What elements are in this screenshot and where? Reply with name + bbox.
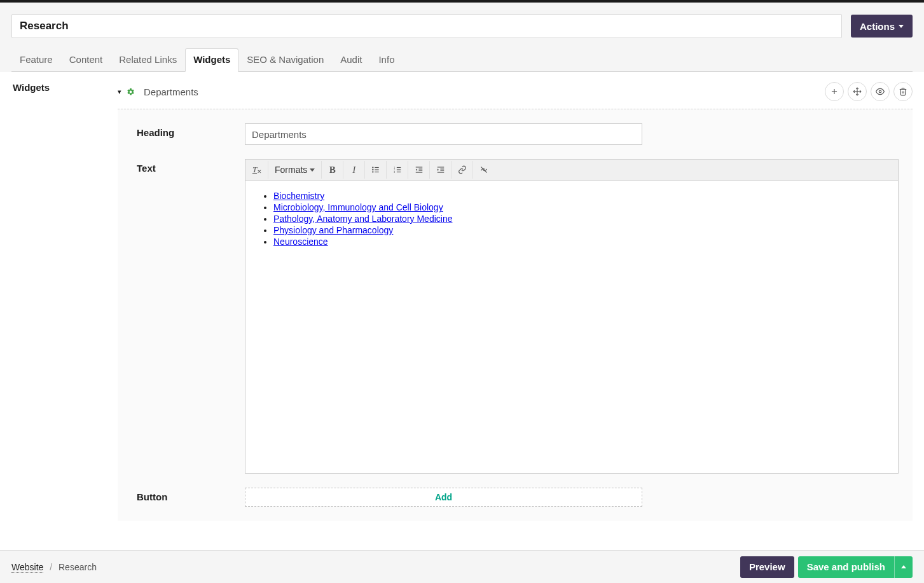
svg-point-8 [373, 167, 373, 168]
caret-down-icon [310, 168, 315, 172]
svg-text:3: 3 [394, 171, 395, 174]
heading-label: Heading [137, 123, 245, 145]
rte-content-area[interactable]: Biochemistry Microbiology, Immunology an… [245, 181, 898, 473]
svg-marker-21 [416, 168, 417, 171]
rte-indent-button[interactable] [430, 161, 452, 179]
svg-point-4 [879, 90, 881, 93]
move-widget-button[interactable] [848, 82, 867, 101]
content-link[interactable]: Microbiology, Immunology and Cell Biolog… [273, 202, 443, 212]
content-link[interactable]: Physiology and Pharmacology [273, 225, 393, 235]
rte-clear-formatting-button[interactable]: T✕ [247, 161, 268, 179]
content-link[interactable]: Neuroscience [273, 237, 328, 247]
tab-related-links[interactable]: Related Links [111, 48, 185, 72]
caret-down-icon [899, 25, 904, 28]
rte-numbered-list-button[interactable]: 123 [387, 161, 408, 179]
svg-marker-26 [438, 168, 439, 171]
rte-toolbar: T✕ Formats B I 1 [245, 160, 898, 181]
add-label: Add [435, 492, 452, 502]
save-options-dropdown[interactable] [894, 556, 913, 578]
save-and-publish-button[interactable]: Save and publish [798, 556, 894, 578]
rte-formats-dropdown[interactable]: Formats [268, 161, 322, 179]
button-label: Button [137, 488, 245, 507]
section-title: Widgets [13, 82, 118, 93]
rte-unlink-button[interactable] [473, 161, 495, 179]
tab-seo-navigation[interactable]: SEO & Navigation [238, 48, 332, 72]
breadcrumb-root-link[interactable]: Website [11, 562, 43, 573]
settings-gear-icon[interactable] [127, 88, 135, 96]
page-title-input[interactable] [11, 14, 842, 38]
preview-widget-button[interactable] [871, 82, 890, 101]
caret-up-icon [901, 565, 906, 568]
text-label: Text [137, 159, 245, 474]
rte-outdent-button[interactable] [408, 161, 430, 179]
save-label: Save and publish [807, 561, 885, 572]
preview-button[interactable]: Preview [740, 556, 794, 578]
tab-content[interactable]: Content [61, 48, 111, 72]
add-widget-button[interactable] [825, 82, 844, 101]
svg-point-9 [373, 169, 373, 170]
add-button-action[interactable]: Add [245, 488, 642, 507]
actions-label: Actions [860, 21, 895, 32]
content-link[interactable]: Biochemistry [273, 191, 324, 201]
heading-input[interactable] [245, 123, 642, 145]
widget-name: Departments [144, 86, 198, 97]
breadcrumb-separator: / [50, 562, 52, 572]
preview-label: Preview [749, 561, 785, 572]
tab-bar: Feature Content Related Links Widgets SE… [11, 48, 913, 72]
rte-italic-button[interactable]: I [343, 161, 365, 179]
rte-bold-button[interactable]: B [322, 161, 343, 179]
tab-info[interactable]: Info [370, 48, 403, 72]
rte-formats-label: Formats [275, 165, 307, 175]
delete-widget-button[interactable] [893, 82, 913, 101]
breadcrumb-current: Research [59, 562, 97, 572]
tab-audit[interactable]: Audit [332, 48, 370, 72]
collapse-toggle-icon[interactable]: ▾ [118, 88, 121, 96]
rich-text-editor: T✕ Formats B I 1 [245, 159, 899, 474]
tab-widgets[interactable]: Widgets [185, 48, 238, 72]
breadcrumb: Website / Research [11, 562, 97, 572]
rte-bullet-list-button[interactable] [365, 161, 387, 179]
rte-link-button[interactable] [452, 161, 473, 179]
svg-point-10 [373, 172, 373, 172]
tab-feature[interactable]: Feature [11, 48, 61, 72]
content-link[interactable]: Pathology, Anatomy and Laboratory Medici… [273, 214, 452, 224]
actions-dropdown-button[interactable]: Actions [851, 15, 913, 38]
